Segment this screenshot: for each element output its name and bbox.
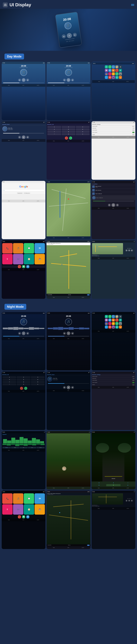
night-next-2[interactable]: ⏭ — [71, 332, 74, 335]
carplay-music[interactable]: 🎵 — [13, 243, 23, 254]
night-key-hash[interactable]: # — [31, 384, 44, 385]
night-cp-music[interactable]: 🎵 — [13, 493, 23, 504]
carplay-phone[interactable]: 📞 — [2, 243, 12, 254]
google-search-bar[interactable]: 🔍 — [2, 189, 44, 192]
app-media[interactable]: ▶ — [112, 69, 115, 72]
app-extra2[interactable]: 🎵 — [108, 72, 112, 76]
night-go-btn[interactable]: GO — [87, 545, 90, 546]
bt-play[interactable]: ▶ — [22, 136, 26, 139]
night-prev-2[interactable]: ⏮ — [63, 332, 66, 335]
app-extra3[interactable]: ⭐ — [112, 72, 115, 76]
carplay-audiobooks[interactable]: 📚 — [34, 254, 45, 264]
key-1[interactable]: 1 — [48, 126, 61, 128]
carplay-podcast[interactable]: 🎙 — [2, 254, 12, 264]
night-app-13[interactable]: ⭐ — [112, 322, 115, 325]
key-7[interactable]: 7 — [48, 131, 61, 133]
night-np-prev[interactable]: ⏮ — [126, 500, 128, 502]
np-prev[interactable]: ⏮ — [126, 249, 128, 252]
play-btn-1[interactable]: ⏸ — [22, 78, 26, 82]
app-settings[interactable]: ⚙ — [119, 65, 122, 68]
app-maps[interactable]: 📍 — [112, 65, 115, 68]
app-extra7[interactable]: ❤ — [108, 76, 112, 79]
night-app-20[interactable]: 🔥 — [119, 326, 122, 328]
night-bt-next[interactable]: ⏭ — [71, 386, 74, 389]
night-next-1[interactable]: ⏭ — [26, 332, 29, 335]
road-ctrl-2[interactable]: ⬆ — [106, 482, 120, 484]
key-9[interactable]: 9 — [76, 131, 90, 133]
night-np-next[interactable]: ⏭ — [131, 500, 133, 502]
carplay-dock-nav[interactable]: 🗺 — [26, 265, 29, 268]
app-phone[interactable]: 📞 — [115, 69, 118, 72]
key-5[interactable]: 5 — [62, 128, 75, 130]
app-wechat[interactable]: 💬 — [105, 69, 108, 72]
hero-play-btn[interactable]: ⏸ — [66, 33, 72, 38]
night-flower-toggle[interactable] — [132, 384, 134, 386]
google-feeling-btn[interactable]: I'm Feeling Lucky — [24, 192, 30, 194]
carplay-messages[interactable]: 💬 — [24, 243, 34, 254]
night-cp-dock-2[interactable]: 💬 — [22, 515, 25, 518]
night-app-5[interactable]: ⚙ — [119, 315, 122, 318]
night-np-play[interactable]: ▶ — [128, 500, 130, 502]
road-ctrl-4[interactable]: ⬅ — [92, 484, 106, 486]
auto-answer-toggle[interactable] — [132, 130, 134, 131]
road-ctrl-3[interactable]: ↗ — [121, 482, 135, 484]
night-prev-1[interactable]: ⏮ — [18, 332, 21, 335]
np-next[interactable]: ⏭ — [131, 249, 133, 252]
play-btn-2[interactable]: ⏸ — [67, 78, 70, 82]
road-ctrl-5[interactable]: ⬆ — [106, 484, 120, 486]
eq-preset-4[interactable]: Jazz — [28, 447, 36, 448]
google-search-btn[interactable]: Google Search — [17, 192, 23, 194]
night-key-6[interactable]: 6 — [31, 379, 44, 380]
night-key-1[interactable]: 1 — [2, 376, 16, 378]
key-hash[interactable]: # — [76, 133, 90, 135]
night-app-11[interactable]: 📻 — [105, 322, 108, 325]
flower-toggle[interactable] — [132, 134, 134, 135]
social-item-2[interactable]: 华夏_02_新型.mp3 — [92, 188, 135, 192]
night-play-1[interactable]: ⏸ — [22, 332, 26, 335]
night-key-5[interactable]: 5 — [17, 379, 30, 380]
carplay-dock-phone[interactable]: 📞 — [18, 265, 21, 268]
road-ctrl-6[interactable]: ➡ — [121, 484, 135, 486]
social-item-3[interactable]: 华夏_03_双语版.mp3 — [92, 192, 135, 196]
night-app-10[interactable]: 🗺 — [119, 318, 122, 322]
road-ctrl-1[interactable]: ⬆ — [92, 482, 106, 484]
carplay-maps[interactable]: 🗺 — [34, 243, 45, 254]
eq-preset-5[interactable]: Classic — [36, 447, 45, 448]
hero-next-btn[interactable]: ⏭ — [73, 32, 77, 37]
np-play[interactable]: ▶ — [128, 249, 130, 252]
social-item-1[interactable]: 华夏_01_新型.mp3 4.2 MB — [92, 185, 135, 188]
auto-connect-toggle[interactable] — [132, 132, 134, 133]
night-app-1[interactable]: ✈ — [105, 315, 108, 318]
nav-icon[interactable] — [131, 4, 134, 6]
night-cp-maps[interactable]: 🗺 — [34, 493, 45, 504]
night-cp-waze[interactable]: 🧭 — [24, 504, 34, 514]
night-cp-messages[interactable]: 💬 — [24, 493, 34, 504]
bt-next[interactable]: ⏭ — [26, 136, 29, 138]
night-auto-answer-toggle[interactable] — [132, 380, 134, 381]
night-app-4[interactable]: 📁 — [115, 315, 118, 318]
night-cp-dock-1[interactable]: 📞 — [18, 515, 21, 518]
night-app-16[interactable]: 🌐 — [105, 326, 108, 328]
night-bt-play[interactable]: ▶ — [67, 386, 70, 389]
night-bt-prev[interactable]: ⏮ — [63, 386, 66, 389]
app-extra5[interactable]: 📷 — [119, 72, 122, 76]
key-0[interactable]: 0 — [62, 133, 75, 135]
app-extra6[interactable]: 🌐 — [105, 76, 108, 79]
eq-preset-2[interactable]: Rock — [11, 447, 19, 448]
night-app-7[interactable]: BT — [108, 318, 112, 322]
answer-call-btn[interactable]: 📞 — [69, 136, 72, 140]
night-app-2[interactable]: ♪ — [108, 315, 112, 318]
night-app-3[interactable]: 📍 — [112, 315, 115, 318]
key-2[interactable]: 2 — [62, 126, 75, 128]
night-key-2[interactable]: 2 — [17, 376, 30, 378]
night-key-4[interactable]: 4 — [2, 379, 16, 380]
night-cp-podcast[interactable]: 🎙 — [2, 504, 12, 514]
app-extra8[interactable]: 🎬 — [112, 76, 115, 79]
night-auto-connect-toggle[interactable] — [132, 382, 134, 383]
night-play-2[interactable]: ⏸ — [67, 332, 70, 335]
night-app-17[interactable]: ❤ — [108, 326, 112, 328]
night-app-9[interactable]: 📞 — [115, 318, 118, 322]
nav-go-btn[interactable]: GO — [87, 294, 90, 296]
night-app-18[interactable]: 🎬 — [112, 326, 115, 328]
key-4[interactable]: 4 — [48, 128, 61, 130]
